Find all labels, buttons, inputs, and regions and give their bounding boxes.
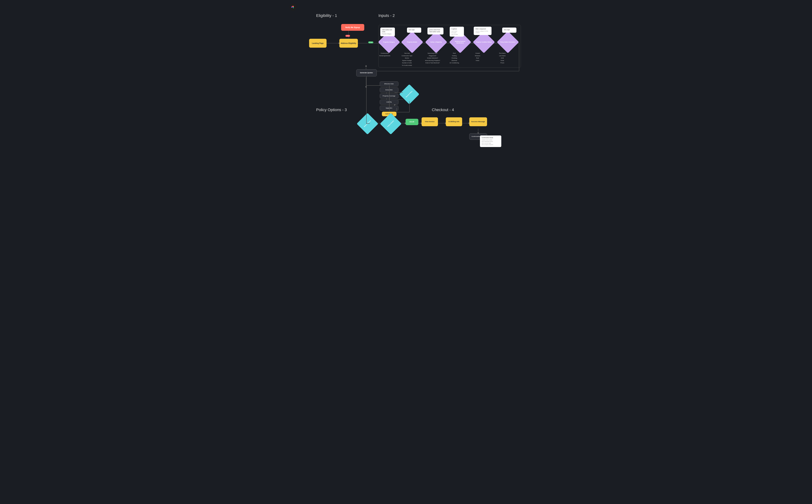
building-info-card: 3 options Last 5 years 6-10 years over 1… bbox=[450, 27, 464, 37]
connector-v6 bbox=[366, 119, 367, 124]
holder-info-card: form style bbox=[502, 28, 516, 33]
property-category-fields: Condominium Rental Apartments bbox=[379, 52, 390, 57]
holder-fields: First Name Last Name DOB Email Phone bbox=[499, 52, 506, 64]
connector-select bbox=[366, 123, 370, 124]
safety-info-card: yes/no select from radio button cards bbox=[427, 28, 443, 34]
connector-v3 bbox=[409, 101, 410, 112]
enroll-node: Enroll bbox=[406, 119, 418, 125]
landing-page-node: Landing Page bbox=[309, 39, 327, 48]
connector-v2 bbox=[389, 85, 390, 111]
if-yes-badge: If Yes bbox=[368, 41, 373, 43]
property-details-info-card: form style bbox=[407, 28, 421, 33]
condition-fields: Overall Windows Roof HVAC bbox=[475, 52, 480, 62]
connector-h1 bbox=[366, 85, 380, 86]
section-checkout: Checkout - 4 bbox=[432, 108, 454, 112]
policy-holder-node bbox=[497, 31, 519, 53]
section-policy-options: Policy Options - 3 bbox=[316, 108, 347, 112]
select-policy-node bbox=[357, 113, 378, 135]
property-category-info-card: radio button icon cards Property Categor… bbox=[380, 28, 395, 36]
generate-quotes-node: Generate Quotes bbox=[356, 69, 377, 76]
figma-logo bbox=[290, 4, 297, 11]
success-message-node: Success Message bbox=[469, 117, 487, 126]
view-invoice-node: View Invoice bbox=[422, 117, 438, 126]
address-eligibility-node: Address Eligibility bbox=[339, 39, 358, 48]
safety-fields: Swimming Pool? Playground? Smoke Detecto… bbox=[425, 52, 440, 64]
condition-info-card: Slider component Indicate a rating of 1-… bbox=[474, 27, 491, 35]
connector-v5 bbox=[366, 76, 367, 119]
property-details-fields: Year built Construction Type Stories Squ… bbox=[402, 52, 412, 66]
confirmation-email-card: Confirmation Email Include invoice embed… bbox=[480, 135, 501, 147]
property-details-node bbox=[401, 31, 423, 53]
connector-h2 bbox=[396, 112, 410, 112]
connector-to-review bbox=[399, 92, 403, 93]
building-fields: Roof Heating Plumbing Electrical Air Con… bbox=[450, 52, 459, 64]
cc-billing-node: CC/Billing Info bbox=[446, 117, 462, 126]
section-eligibility: Eligibility - 1 bbox=[316, 13, 337, 18]
connector-v4 bbox=[396, 108, 397, 112]
notify-me-signup-node: Notify Me Signup bbox=[341, 24, 364, 31]
section-inputs: Inputs - 2 bbox=[379, 13, 395, 18]
if-no-badge: If No bbox=[345, 35, 350, 37]
